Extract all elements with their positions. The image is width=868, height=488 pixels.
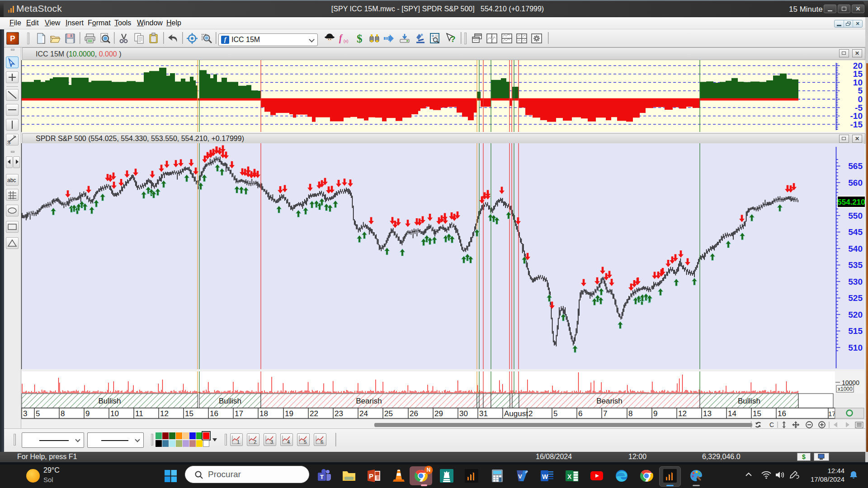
svg-text:3: 3 — [23, 409, 27, 418]
svg-text:15: 15 — [185, 409, 193, 418]
svg-text:560: 560 — [848, 178, 863, 188]
svg-text:515: 515 — [848, 326, 863, 336]
svg-text:9: 9 — [85, 409, 90, 418]
svg-text:Bullish: Bullish — [98, 397, 121, 405]
svg-text:August: August — [504, 409, 528, 418]
svg-text:5: 5 — [553, 409, 557, 418]
svg-text:29: 29 — [434, 409, 443, 418]
svg-text:5: 5 — [36, 409, 40, 418]
svg-text:Bullish: Bullish — [219, 397, 241, 405]
svg-text:Bearish: Bearish — [596, 397, 623, 405]
svg-text:x1000: x1000 — [838, 386, 853, 392]
svg-text:510: 510 — [848, 343, 863, 352]
svg-text:13: 13 — [703, 409, 712, 418]
svg-text:20: 20 — [853, 61, 863, 70]
svg-text:520: 520 — [848, 310, 863, 319]
svg-text:T: T — [320, 474, 324, 480]
svg-text:24: 24 — [359, 409, 368, 418]
svg-text:525: 525 — [848, 293, 863, 303]
svg-text:9: 9 — [653, 409, 657, 418]
svg-text:7: 7 — [603, 409, 607, 418]
svg-text:535: 535 — [848, 260, 863, 270]
svg-text:10: 10 — [110, 409, 119, 418]
svg-text:26: 26 — [410, 409, 418, 418]
svg-text:554.210: 554.210 — [837, 198, 865, 206]
svg-text:W: W — [542, 473, 548, 480]
svg-text:Bearish: Bearish — [356, 397, 382, 405]
svg-text:15: 15 — [753, 409, 761, 418]
svg-text:-10: -10 — [850, 111, 863, 121]
svg-text:6: 6 — [578, 409, 582, 418]
svg-text:8: 8 — [61, 409, 65, 418]
svg-text:0: 0 — [858, 94, 863, 104]
svg-text:-15: -15 — [850, 120, 863, 129]
svg-text:C: C — [769, 421, 774, 428]
svg-text:2: 2 — [528, 409, 533, 418]
svg-text:14: 14 — [728, 409, 736, 418]
svg-text:-5: -5 — [855, 103, 863, 113]
svg-text:N: N — [427, 467, 431, 473]
svg-text:22: 22 — [310, 409, 318, 418]
svg-text:17: 17 — [828, 410, 836, 418]
svg-text:19: 19 — [285, 409, 293, 418]
svg-text:530: 530 — [848, 277, 863, 286]
svg-text:30: 30 — [459, 409, 468, 418]
svg-text:545: 545 — [848, 227, 863, 237]
svg-text:23: 23 — [335, 409, 343, 418]
svg-text:16: 16 — [778, 409, 786, 418]
svg-text:10: 10 — [853, 78, 863, 87]
svg-text:25: 25 — [384, 409, 393, 418]
svg-text:12: 12 — [160, 409, 169, 418]
svg-text:31: 31 — [479, 409, 488, 418]
svg-text:540: 540 — [848, 244, 863, 253]
svg-text:11: 11 — [135, 409, 143, 418]
svg-text:17: 17 — [235, 409, 243, 418]
svg-text:Bullish: Bullish — [738, 397, 760, 405]
svg-text:5: 5 — [858, 86, 863, 95]
svg-text:V: V — [518, 473, 522, 480]
svg-text:16: 16 — [210, 409, 218, 418]
svg-text:12: 12 — [678, 409, 687, 418]
svg-text:565: 565 — [848, 161, 863, 171]
svg-text:18: 18 — [259, 409, 268, 418]
svg-text:15: 15 — [853, 69, 863, 79]
svg-text:P: P — [369, 472, 373, 480]
svg-text:8: 8 — [628, 409, 632, 418]
svg-text:X: X — [567, 473, 572, 480]
svg-text:550: 550 — [848, 211, 863, 221]
